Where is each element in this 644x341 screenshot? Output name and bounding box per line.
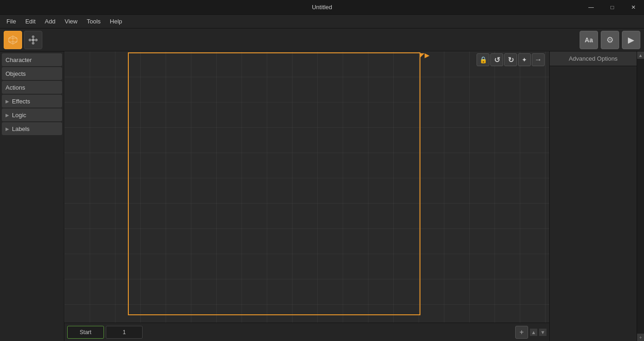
nodes-button[interactable]: [24, 31, 42, 49]
close-button[interactable]: ✕: [623, 0, 644, 15]
menu-edit[interactable]: Edit: [21, 16, 40, 27]
labels-label: Labels: [12, 125, 29, 132]
canvas-toolbar: 🔒 ↺ ↻ ✦ →: [477, 53, 545, 66]
titlebar: Untitled — □ ✕: [0, 0, 644, 15]
advanced-options-header: Advanced Options: [550, 51, 637, 66]
tab-start[interactable]: Start: [67, 326, 104, 339]
minimize-button[interactable]: —: [581, 0, 602, 15]
menu-add[interactable]: Add: [40, 16, 60, 27]
svg-point-4: [32, 39, 34, 41]
toolbar-right: Aa ⚙ ▶: [580, 31, 640, 49]
labels-arrow: ▶: [6, 126, 9, 131]
logic-arrow: ▶: [6, 113, 9, 118]
sidebar-item-objects[interactable]: Objects: [2, 67, 62, 80]
toolbar: Aa ⚙ ▶: [0, 28, 644, 51]
scroll-down-button[interactable]: ▼: [539, 329, 546, 336]
effects-label: Effects: [12, 98, 30, 105]
play-button[interactable]: ▶: [622, 31, 640, 49]
logic-label: Logic: [12, 112, 26, 119]
canvas-container[interactable]: ◤▶ 🔒 ↺ ↻ ✦ → Start 1 + ▲ ▼: [64, 51, 549, 341]
canvas-bottom: Start 1 + ▲ ▼: [64, 323, 549, 341]
menu-file[interactable]: File: [2, 16, 21, 27]
spark-button[interactable]: ✦: [518, 53, 531, 66]
effects-arrow: ▶: [6, 99, 9, 104]
right-scrollbar: ▲ +: [637, 51, 644, 341]
undo-button[interactable]: ↺: [490, 53, 503, 66]
sidebar: Character Objects Actions ▶ Effects ▶ Lo…: [0, 51, 64, 341]
svg-point-8: [32, 42, 34, 44]
main-area: Character Objects Actions ▶ Effects ▶ Lo…: [0, 51, 644, 341]
add-tab-button[interactable]: +: [515, 326, 528, 339]
settings-button[interactable]: ⚙: [601, 31, 619, 49]
sidebar-item-effects[interactable]: ▶ Effects: [2, 95, 62, 108]
grid-area: ◤▶: [64, 51, 549, 323]
scroll-up-button[interactable]: ▲: [530, 329, 537, 336]
actions-label: Actions: [6, 84, 25, 91]
cube-button[interactable]: [4, 31, 22, 49]
scrollbar-up[interactable]: ▲: [637, 51, 644, 59]
menu-help[interactable]: Help: [105, 16, 127, 27]
character-label: Character: [6, 57, 32, 63]
svg-point-5: [29, 39, 31, 41]
svg-point-7: [32, 35, 34, 38]
window-controls: — □ ✕: [581, 0, 644, 15]
scrollbar-down[interactable]: +: [637, 334, 644, 341]
sidebar-item-actions[interactable]: Actions: [2, 81, 62, 94]
tab-1[interactable]: 1: [106, 326, 143, 339]
objects-label: Objects: [6, 70, 26, 77]
right-panel-content: [550, 66, 637, 341]
grid-background: [64, 51, 549, 323]
menubar: File Edit Add View Tools Help: [0, 15, 644, 28]
lock-button[interactable]: 🔒: [477, 53, 489, 66]
maximize-button[interactable]: □: [602, 0, 623, 15]
right-panel: Advanced Options: [549, 51, 637, 341]
svg-point-6: [35, 39, 38, 41]
font-button[interactable]: Aa: [580, 31, 598, 49]
arrow-right-button[interactable]: →: [532, 53, 545, 66]
sidebar-item-character[interactable]: Character: [2, 53, 62, 66]
menu-view[interactable]: View: [60, 16, 82, 27]
sidebar-item-labels[interactable]: ▶ Labels: [2, 122, 62, 135]
window-title: Untitled: [312, 4, 332, 11]
redo-button[interactable]: ↻: [504, 53, 517, 66]
menu-tools[interactable]: Tools: [82, 16, 105, 27]
sidebar-item-logic[interactable]: ▶ Logic: [2, 108, 62, 121]
